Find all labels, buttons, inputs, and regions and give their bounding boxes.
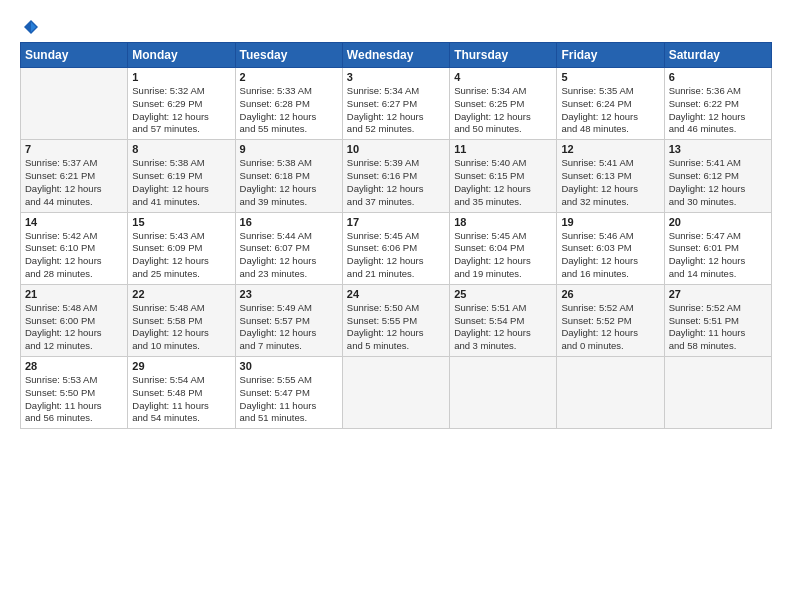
calendar-cell: 15Sunrise: 5:43 AMSunset: 6:09 PMDayligh… — [128, 212, 235, 284]
day-info: Sunrise: 5:47 AMSunset: 6:01 PMDaylight:… — [669, 230, 767, 281]
calendar-cell: 21Sunrise: 5:48 AMSunset: 6:00 PMDayligh… — [21, 284, 128, 356]
day-number: 5 — [561, 71, 659, 83]
day-info: Sunrise: 5:52 AMSunset: 5:51 PMDaylight:… — [669, 302, 767, 353]
day-info: Sunrise: 5:48 AMSunset: 6:00 PMDaylight:… — [25, 302, 123, 353]
day-of-week-header: Saturday — [664, 43, 771, 68]
day-number: 20 — [669, 216, 767, 228]
calendar-cell: 1Sunrise: 5:32 AMSunset: 6:29 PMDaylight… — [128, 68, 235, 140]
day-number: 11 — [454, 143, 552, 155]
day-number: 3 — [347, 71, 445, 83]
calendar-cell: 30Sunrise: 5:55 AMSunset: 5:47 PMDayligh… — [235, 357, 342, 429]
logo — [20, 18, 40, 32]
day-info: Sunrise: 5:50 AMSunset: 5:55 PMDaylight:… — [347, 302, 445, 353]
day-number: 22 — [132, 288, 230, 300]
day-info: Sunrise: 5:54 AMSunset: 5:48 PMDaylight:… — [132, 374, 230, 425]
day-number: 21 — [25, 288, 123, 300]
calendar-cell: 14Sunrise: 5:42 AMSunset: 6:10 PMDayligh… — [21, 212, 128, 284]
day-info: Sunrise: 5:48 AMSunset: 5:58 PMDaylight:… — [132, 302, 230, 353]
day-number: 23 — [240, 288, 338, 300]
day-info: Sunrise: 5:43 AMSunset: 6:09 PMDaylight:… — [132, 230, 230, 281]
calendar-cell: 26Sunrise: 5:52 AMSunset: 5:52 PMDayligh… — [557, 284, 664, 356]
day-of-week-header: Sunday — [21, 43, 128, 68]
day-number: 1 — [132, 71, 230, 83]
calendar-cell — [21, 68, 128, 140]
day-number: 2 — [240, 71, 338, 83]
day-info: Sunrise: 5:51 AMSunset: 5:54 PMDaylight:… — [454, 302, 552, 353]
day-number: 24 — [347, 288, 445, 300]
day-number: 7 — [25, 143, 123, 155]
day-number: 17 — [347, 216, 445, 228]
calendar-cell: 8Sunrise: 5:38 AMSunset: 6:19 PMDaylight… — [128, 140, 235, 212]
day-number: 26 — [561, 288, 659, 300]
calendar-cell — [450, 357, 557, 429]
calendar-cell: 19Sunrise: 5:46 AMSunset: 6:03 PMDayligh… — [557, 212, 664, 284]
day-number: 15 — [132, 216, 230, 228]
calendar-cell: 11Sunrise: 5:40 AMSunset: 6:15 PMDayligh… — [450, 140, 557, 212]
day-info: Sunrise: 5:49 AMSunset: 5:57 PMDaylight:… — [240, 302, 338, 353]
day-info: Sunrise: 5:45 AMSunset: 6:06 PMDaylight:… — [347, 230, 445, 281]
calendar-cell — [664, 357, 771, 429]
calendar-cell: 22Sunrise: 5:48 AMSunset: 5:58 PMDayligh… — [128, 284, 235, 356]
day-of-week-header: Monday — [128, 43, 235, 68]
day-info: Sunrise: 5:46 AMSunset: 6:03 PMDaylight:… — [561, 230, 659, 281]
calendar-cell: 24Sunrise: 5:50 AMSunset: 5:55 PMDayligh… — [342, 284, 449, 356]
day-info: Sunrise: 5:44 AMSunset: 6:07 PMDaylight:… — [240, 230, 338, 281]
day-number: 19 — [561, 216, 659, 228]
calendar: SundayMondayTuesdayWednesdayThursdayFrid… — [20, 42, 772, 429]
calendar-cell: 9Sunrise: 5:38 AMSunset: 6:18 PMDaylight… — [235, 140, 342, 212]
day-number: 4 — [454, 71, 552, 83]
day-info: Sunrise: 5:37 AMSunset: 6:21 PMDaylight:… — [25, 157, 123, 208]
day-number: 9 — [240, 143, 338, 155]
calendar-cell: 3Sunrise: 5:34 AMSunset: 6:27 PMDaylight… — [342, 68, 449, 140]
day-info: Sunrise: 5:52 AMSunset: 5:52 PMDaylight:… — [561, 302, 659, 353]
day-info: Sunrise: 5:41 AMSunset: 6:13 PMDaylight:… — [561, 157, 659, 208]
calendar-cell: 18Sunrise: 5:45 AMSunset: 6:04 PMDayligh… — [450, 212, 557, 284]
calendar-cell: 27Sunrise: 5:52 AMSunset: 5:51 PMDayligh… — [664, 284, 771, 356]
day-number: 27 — [669, 288, 767, 300]
day-info: Sunrise: 5:39 AMSunset: 6:16 PMDaylight:… — [347, 157, 445, 208]
day-info: Sunrise: 5:45 AMSunset: 6:04 PMDaylight:… — [454, 230, 552, 281]
day-info: Sunrise: 5:35 AMSunset: 6:24 PMDaylight:… — [561, 85, 659, 136]
calendar-cell: 28Sunrise: 5:53 AMSunset: 5:50 PMDayligh… — [21, 357, 128, 429]
day-info: Sunrise: 5:34 AMSunset: 6:27 PMDaylight:… — [347, 85, 445, 136]
calendar-cell: 4Sunrise: 5:34 AMSunset: 6:25 PMDaylight… — [450, 68, 557, 140]
day-number: 10 — [347, 143, 445, 155]
day-info: Sunrise: 5:40 AMSunset: 6:15 PMDaylight:… — [454, 157, 552, 208]
day-number: 14 — [25, 216, 123, 228]
day-number: 16 — [240, 216, 338, 228]
calendar-cell: 25Sunrise: 5:51 AMSunset: 5:54 PMDayligh… — [450, 284, 557, 356]
calendar-cell: 16Sunrise: 5:44 AMSunset: 6:07 PMDayligh… — [235, 212, 342, 284]
day-number: 18 — [454, 216, 552, 228]
day-info: Sunrise: 5:36 AMSunset: 6:22 PMDaylight:… — [669, 85, 767, 136]
calendar-cell: 29Sunrise: 5:54 AMSunset: 5:48 PMDayligh… — [128, 357, 235, 429]
day-number: 28 — [25, 360, 123, 372]
logo-icon — [22, 18, 40, 36]
day-number: 25 — [454, 288, 552, 300]
day-info: Sunrise: 5:34 AMSunset: 6:25 PMDaylight:… — [454, 85, 552, 136]
day-info: Sunrise: 5:33 AMSunset: 6:28 PMDaylight:… — [240, 85, 338, 136]
day-info: Sunrise: 5:38 AMSunset: 6:18 PMDaylight:… — [240, 157, 338, 208]
day-of-week-header: Wednesday — [342, 43, 449, 68]
day-info: Sunrise: 5:41 AMSunset: 6:12 PMDaylight:… — [669, 157, 767, 208]
calendar-cell — [557, 357, 664, 429]
day-of-week-header: Tuesday — [235, 43, 342, 68]
day-number: 29 — [132, 360, 230, 372]
day-info: Sunrise: 5:55 AMSunset: 5:47 PMDaylight:… — [240, 374, 338, 425]
day-number: 30 — [240, 360, 338, 372]
calendar-cell: 17Sunrise: 5:45 AMSunset: 6:06 PMDayligh… — [342, 212, 449, 284]
calendar-cell: 2Sunrise: 5:33 AMSunset: 6:28 PMDaylight… — [235, 68, 342, 140]
day-of-week-header: Thursday — [450, 43, 557, 68]
header — [20, 18, 772, 32]
calendar-cell: 13Sunrise: 5:41 AMSunset: 6:12 PMDayligh… — [664, 140, 771, 212]
day-number: 12 — [561, 143, 659, 155]
day-info: Sunrise: 5:32 AMSunset: 6:29 PMDaylight:… — [132, 85, 230, 136]
day-info: Sunrise: 5:42 AMSunset: 6:10 PMDaylight:… — [25, 230, 123, 281]
calendar-cell: 6Sunrise: 5:36 AMSunset: 6:22 PMDaylight… — [664, 68, 771, 140]
calendar-cell: 10Sunrise: 5:39 AMSunset: 6:16 PMDayligh… — [342, 140, 449, 212]
calendar-cell: 7Sunrise: 5:37 AMSunset: 6:21 PMDaylight… — [21, 140, 128, 212]
calendar-cell: 5Sunrise: 5:35 AMSunset: 6:24 PMDaylight… — [557, 68, 664, 140]
day-of-week-header: Friday — [557, 43, 664, 68]
day-number: 6 — [669, 71, 767, 83]
calendar-cell — [342, 357, 449, 429]
calendar-cell: 12Sunrise: 5:41 AMSunset: 6:13 PMDayligh… — [557, 140, 664, 212]
